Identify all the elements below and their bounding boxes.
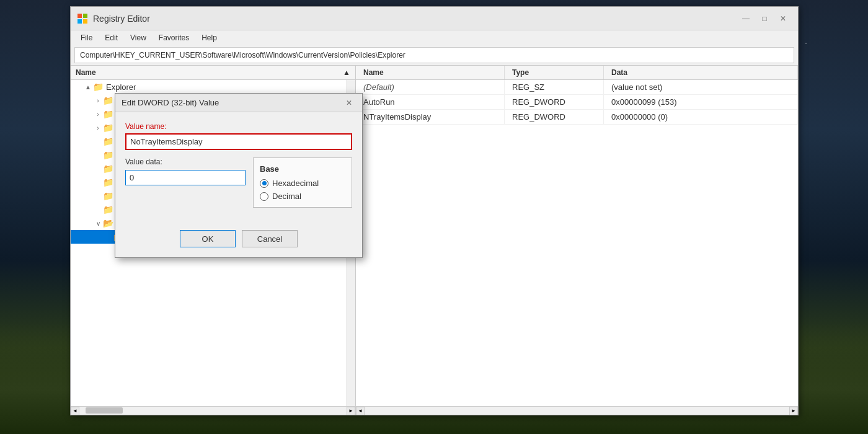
cancel-button[interactable]: Cancel	[242, 230, 298, 247]
svg-rect-0	[78, 14, 82, 18]
chevron-immersiveshell: ›	[93, 97, 103, 104]
radio-dec-circle	[260, 192, 268, 201]
base-panel: Base Hexadecimal Decimal	[253, 157, 352, 208]
tree-scroll-left[interactable]: ◄	[71, 407, 79, 415]
tree-h-thumb	[86, 407, 123, 414]
app-icon	[77, 13, 88, 24]
chevron-policies: ∨	[93, 220, 103, 227]
tree-h-scrollbar[interactable]: ◄ ►	[71, 406, 355, 415]
address-bar: Computer\HKEY_CURRENT_USER\Software\Micr…	[74, 47, 794, 63]
dialog-row: Value data: Base Hexadecimal Decimal	[125, 157, 352, 208]
svg-rect-3	[83, 19, 87, 24]
chevron-installservice: ›	[93, 111, 103, 118]
ok-button[interactable]: OK	[180, 230, 236, 247]
folder-icon-ondemand: 📁	[103, 191, 113, 201]
cell-data-autorun: 0x00000099 (153)	[604, 95, 798, 109]
radio-hexadecimal[interactable]: Hexadecimal	[260, 179, 345, 188]
dialog-body: Value name: Value data: Base Hexadecimal	[115, 112, 362, 225]
folder-icon-notifications: 📁	[103, 177, 113, 187]
cell-data-ntray: 0x00000000 (0)	[604, 110, 798, 124]
folder-icon-policies: 📂	[103, 218, 113, 228]
value-name-box	[125, 133, 352, 150]
values-header: Name Type Data	[356, 66, 798, 80]
col-data: Data	[604, 66, 798, 79]
cell-name-ntray: NTrayItemsDisplay	[356, 110, 505, 124]
menu-edit[interactable]: Edit	[100, 32, 123, 43]
table-row[interactable]: NTrayItemsDisplay REG_DWORD 0x00000000 (…	[356, 110, 798, 125]
col-type: Type	[505, 66, 604, 79]
cell-type-default: REG_SZ	[505, 80, 604, 94]
maximize-button[interactable]: □	[756, 12, 773, 25]
radio-group: Hexadecimal Decimal	[260, 179, 345, 201]
tree-scroll-right[interactable]: ►	[347, 407, 355, 415]
tree-header-name: Name	[76, 68, 96, 77]
values-h-track[interactable]	[365, 407, 789, 415]
svg-rect-2	[78, 19, 82, 24]
cell-data-default: (value not set)	[604, 80, 798, 94]
dialog-title-bar: Edit DWORD (32-bit) Value ✕	[115, 94, 362, 112]
folder-icon-live: 📁	[103, 136, 113, 146]
folder-icon-penworkspace: 📁	[103, 205, 113, 215]
folder-icon-installservice: 📁	[103, 109, 113, 119]
title-bar-left: Registry Editor	[77, 13, 150, 24]
close-button[interactable]: ✕	[774, 12, 792, 25]
title-bar: Registry Editor — □ ✕	[71, 7, 798, 30]
folder-icon-internet-settings: 📁	[103, 123, 113, 133]
tree-header-scroll-up[interactable]: ▲	[343, 68, 350, 77]
radio-decimal[interactable]: Decimal	[260, 192, 345, 201]
values-scroll-left[interactable]: ◄	[356, 407, 365, 415]
menu-help[interactable]: Help	[197, 32, 222, 43]
value-name-label: Value name:	[125, 122, 352, 131]
minimize-button[interactable]: —	[737, 12, 755, 25]
address-text: Computer\HKEY_CURRENT_USER\Software\Micr…	[80, 51, 405, 60]
dialog-title: Edit DWORD (32-bit) Value	[122, 98, 219, 107]
tree-label-explorer-top: Explorer	[106, 82, 347, 92]
chevron-internet-settings: ›	[93, 125, 103, 131]
dialog-close-button[interactable]: ✕	[342, 97, 356, 109]
value-data-label: Value data:	[125, 157, 246, 166]
values-pane: Name Type Data (Default) REG_SZ (value n…	[356, 66, 798, 415]
menu-file[interactable]: File	[76, 32, 97, 43]
cell-name-default: (Default)	[356, 80, 505, 94]
values-body[interactable]: (Default) REG_SZ (value not set) AutoRun…	[356, 80, 798, 406]
svg-rect-1	[83, 14, 87, 18]
values-scroll-right[interactable]: ►	[789, 407, 798, 415]
table-row[interactable]: AutoRun REG_DWORD 0x00000099 (153)	[356, 95, 798, 110]
menu-bar: File Edit View Favorites Help	[71, 30, 798, 45]
cell-name-autorun: AutoRun	[356, 95, 505, 109]
tree-h-track[interactable]	[79, 407, 347, 415]
window-controls: — □ ✕	[737, 12, 792, 25]
cell-type-ntray: REG_DWORD	[505, 110, 604, 124]
table-row[interactable]: (Default) REG_SZ (value not set)	[356, 80, 798, 95]
cell-type-autorun: REG_DWORD	[505, 95, 604, 109]
dialog-left: Value data:	[125, 157, 246, 208]
value-data-input[interactable]	[125, 170, 246, 185]
dialog-buttons: OK Cancel	[115, 225, 362, 257]
radio-dec-label: Decimal	[272, 192, 301, 201]
tree-item-explorer-top[interactable]: ▲ 📁 Explorer	[71, 80, 347, 94]
col-name: Name	[356, 66, 505, 79]
radio-hex-label: Hexadecimal	[272, 179, 319, 188]
values-h-scrollbar[interactable]: ◄ ►	[356, 406, 798, 415]
folder-icon-immersiveshell: 📁	[103, 95, 113, 105]
menu-favorites[interactable]: Favorites	[154, 32, 194, 43]
folder-icon-mobility: 📁	[103, 164, 113, 174]
window-title: Registry Editor	[93, 14, 150, 24]
folder-icon-explorer-top: 📁	[93, 82, 104, 92]
menu-view[interactable]: View	[125, 32, 151, 43]
base-label: Base	[260, 164, 345, 174]
value-name-input[interactable]	[126, 135, 351, 149]
edit-dword-dialog[interactable]: Edit DWORD (32-bit) Value ✕ Value name: …	[115, 93, 363, 258]
radio-hex-circle	[260, 179, 268, 188]
folder-icon-lock-screen: 📁	[103, 150, 113, 160]
tree-header: Name ▲	[71, 66, 355, 80]
chevron-explorer-top: ▲	[83, 84, 93, 91]
